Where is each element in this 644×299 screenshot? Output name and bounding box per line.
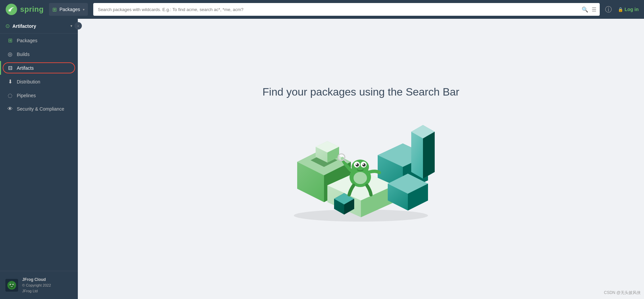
artifacts-label: Artifacts <box>17 65 34 71</box>
distribution-icon: ⬇ <box>7 78 13 85</box>
main-layout: ‹ ⊙ Artifactory ▾ ⊞ Packages ◎ Builds ⊟ … <box>0 19 644 299</box>
lock-icon: 🔒 <box>618 7 623 12</box>
sidebar-item-distribution[interactable]: ⬇ Distribution <box>0 75 78 88</box>
sidebar-item-builds[interactable]: ◎ Builds <box>0 47 78 61</box>
builds-label: Builds <box>17 52 30 57</box>
security-label: Security & Compliance <box>17 106 64 112</box>
packages-illustration <box>277 112 445 226</box>
svg-point-36 <box>356 164 357 165</box>
sidebar-artifactory-section[interactable]: ⊙ Artifactory ▾ <box>0 19 78 34</box>
builds-icon: ◎ <box>7 51 13 57</box>
artifactory-section-icon: ⊙ <box>5 23 10 29</box>
svg-point-5 <box>10 284 11 285</box>
distribution-label: Distribution <box>17 79 40 84</box>
hero-title: Find your packages using the Search Bar <box>263 86 460 98</box>
svg-point-34 <box>356 163 359 167</box>
watermark: CSDN @无头披风侠 <box>604 290 641 296</box>
security-icon: 👁 <box>7 106 13 112</box>
svg-point-6 <box>13 284 14 285</box>
search-filter-icon[interactable]: ☰ <box>592 6 596 13</box>
search-magnifier-icon[interactable]: 🔍 <box>582 6 588 13</box>
topnav: spring ⊞ Packages ▾ 🔍 ☰ ⓘ 🔒 Log in <box>0 0 644 19</box>
search-right-icons: 🔍 ☰ <box>582 6 596 13</box>
illustration <box>277 112 445 232</box>
nav-right: ⓘ 🔒 Log in <box>605 5 639 14</box>
pipelines-icon: ◌ <box>7 92 13 99</box>
sidebar-section-chevron: ▾ <box>70 24 72 28</box>
spring-logo-icon <box>5 3 17 15</box>
sidebar-collapse-button[interactable]: ‹ <box>74 22 82 29</box>
jfrog-brand: JFrog Cloud <box>22 277 46 282</box>
sidebar-item-security[interactable]: 👁 Security & Compliance <box>0 102 78 116</box>
packages-icon: ⊞ <box>7 37 13 44</box>
sidebar-section-label: Artifactory <box>12 23 36 29</box>
help-icon[interactable]: ⓘ <box>605 5 612 14</box>
jfrog-logo <box>5 279 18 292</box>
packages-selector-icon: ⊞ <box>52 6 57 13</box>
search-wrapper: 🔍 ☰ <box>93 3 600 16</box>
packages-selector-label: Packages <box>59 7 80 12</box>
sidebar: ‹ ⊙ Artifactory ▾ ⊞ Packages ◎ Builds ⊟ … <box>0 19 78 299</box>
logo-text: spring <box>20 5 44 14</box>
packages-selector-chevron: ▾ <box>83 8 85 11</box>
sidebar-footer: JFrog Cloud © Copyright 2022 JFrog Ltd <box>0 271 78 299</box>
login-button[interactable]: 🔒 Log in <box>618 7 639 12</box>
search-input[interactable] <box>93 3 600 16</box>
svg-marker-20 <box>423 132 435 179</box>
sidebar-footer-text: JFrog Cloud © Copyright 2022 JFrog Ltd <box>22 277 51 294</box>
jfrog-logo-svg <box>7 281 16 290</box>
logo-area: spring <box>5 3 44 15</box>
svg-point-35 <box>362 163 366 167</box>
sidebar-item-packages[interactable]: ⊞ Packages <box>0 34 78 47</box>
package-selector[interactable]: ⊞ Packages ▾ <box>49 3 88 16</box>
svg-point-37 <box>363 164 364 165</box>
sidebar-item-pipelines[interactable]: ◌ Pipelines <box>0 88 78 102</box>
pipelines-label: Pipelines <box>17 93 36 98</box>
sidebar-item-artifacts[interactable]: ⊟ Artifacts <box>0 61 78 75</box>
packages-label: Packages <box>17 38 37 43</box>
company: JFrog Ltd <box>22 289 38 293</box>
copyright: © Copyright 2022 <box>22 283 51 287</box>
svg-point-40 <box>354 172 367 184</box>
artifacts-icon: ⊟ <box>7 65 13 71</box>
content-area: Find your packages using the Search Bar <box>78 19 644 299</box>
